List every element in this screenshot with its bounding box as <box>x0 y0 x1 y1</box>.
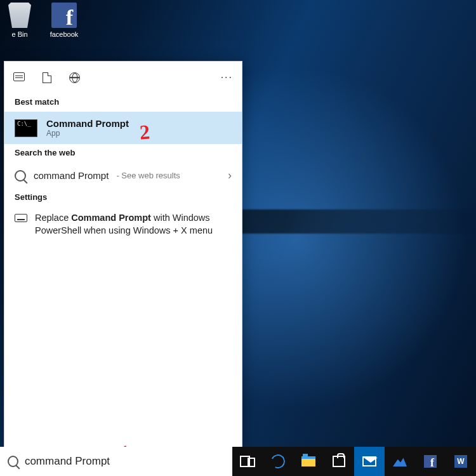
command-prompt-icon <box>15 119 37 137</box>
desktop: e Bin facebook ··· Best match Command Pr… <box>0 0 476 476</box>
recycle-bin-icon <box>7 3 32 28</box>
result-title: Command Prompt <box>46 118 129 129</box>
desktop-icons: e Bin facebook <box>0 3 83 38</box>
search-icon <box>15 170 26 182</box>
web-hint: See web results <box>121 171 180 180</box>
chevron-right-icon[interactable]: › <box>228 169 232 182</box>
store-icon <box>333 456 345 467</box>
section-settings: Settings <box>4 188 242 207</box>
desktop-icon-facebook[interactable]: facebook <box>46 3 83 38</box>
photos-icon <box>393 456 407 466</box>
taskbar-search-input[interactable] <box>25 455 225 468</box>
result-subtitle: App <box>46 129 129 138</box>
settings-text: Replace Command Prompt with Windows Powe… <box>35 212 232 237</box>
taskbar: W <box>0 447 476 476</box>
filter-apps-icon[interactable] <box>13 72 25 81</box>
file-explorer-button[interactable] <box>293 447 324 476</box>
photos-button[interactable] <box>385 447 415 476</box>
edge-button[interactable] <box>263 447 293 476</box>
store-button[interactable] <box>324 447 354 476</box>
section-best-match: Best match <box>4 93 242 112</box>
result-web[interactable]: command Prompt - See web results › <box>4 162 242 188</box>
task-view-icon <box>240 456 255 467</box>
web-query: command Prompt <box>34 170 109 181</box>
taskbar-pinned: W <box>232 447 476 476</box>
file-explorer-icon <box>301 456 315 466</box>
taskbar-search[interactable] <box>0 447 232 476</box>
result-settings[interactable]: Replace Command Prompt with Windows Powe… <box>4 207 242 237</box>
more-button[interactable]: ··· <box>221 72 233 83</box>
search-icon <box>8 456 18 467</box>
desktop-icon-label: e Bin <box>1 30 38 38</box>
search-filter-bar: ··· <box>4 62 242 93</box>
result-best-match[interactable]: Command Prompt App <box>4 112 242 144</box>
facebook-button[interactable] <box>415 447 446 476</box>
desktop-icon-label: facebook <box>46 30 83 38</box>
desktop-icon-recycle-bin[interactable]: e Bin <box>1 3 38 38</box>
mail-button[interactable] <box>354 447 385 476</box>
mail-icon <box>362 456 376 466</box>
filter-documents-icon[interactable] <box>43 72 51 83</box>
section-search-web: Search the web <box>4 144 242 162</box>
keyboard-icon <box>15 214 27 222</box>
edge-icon <box>269 453 287 470</box>
word-icon: W <box>454 455 467 468</box>
task-view-button[interactable] <box>232 447 263 476</box>
facebook-icon <box>51 3 77 28</box>
start-search-flyout: ··· Best match Command Prompt App Search… <box>4 61 242 448</box>
word-button[interactable]: W <box>446 447 476 476</box>
filter-web-icon[interactable] <box>69 72 80 83</box>
facebook-icon <box>424 455 437 468</box>
